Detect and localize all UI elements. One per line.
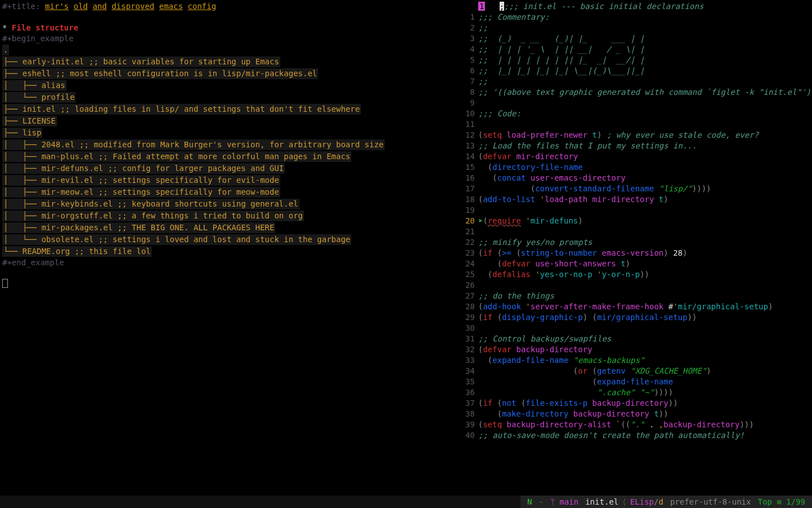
code-line[interactable]: 23(if (>= (string-to-number emacs-versio… bbox=[457, 248, 812, 259]
tree-line: │ ├── mir-defuns.el ;; config for larger… bbox=[2, 163, 285, 174]
tree-line: ├── init.el ;; loading files in lisp/ an… bbox=[2, 104, 361, 115]
tree-line: │ └── obsolete.el ;; settings i loved an… bbox=[2, 234, 351, 245]
tree-line: │ ├── mir-orgstuff.el ;; a few things i … bbox=[2, 211, 304, 221]
line-number: 28 bbox=[457, 301, 478, 312]
line-number: 30 bbox=[457, 323, 478, 334]
line-number: 5 bbox=[457, 55, 478, 65]
cursor bbox=[2, 279, 454, 291]
line-number: 3 bbox=[457, 33, 478, 44]
code-line[interactable]: 1 ;;;; init.el --- basic initial declara… bbox=[457, 1, 812, 12]
line-number: 38 bbox=[457, 409, 478, 419]
code-line[interactable]: 13;; Load the files that I put my settin… bbox=[457, 141, 812, 151]
line-number: 36 bbox=[457, 387, 478, 398]
tree-line: │ ├── 2048.el ;; modified from Mark Burg… bbox=[2, 139, 385, 150]
line-number: 34 bbox=[457, 366, 478, 376]
buffer-name: init.el bbox=[582, 497, 622, 507]
line-number: 7 bbox=[457, 76, 478, 87]
code-line[interactable]: 36 ".cache" "~")))) bbox=[457, 387, 812, 398]
mode-indicator: N bbox=[524, 497, 535, 507]
code-line[interactable]: 7;; bbox=[457, 76, 812, 87]
tree-line: │ ├── mir-keybinds.el ;; keyboard shortc… bbox=[2, 199, 299, 209]
code-line[interactable]: 16 (concat user-emacs-directory bbox=[457, 173, 812, 183]
line-number: 40 bbox=[457, 430, 478, 441]
code-line[interactable]: 39(setq backup-directory-alist `(("." . … bbox=[457, 419, 812, 430]
code-line[interactable]: 18(add-to-list 'load-path mir-directory … bbox=[457, 194, 812, 205]
code-line[interactable]: 33 (expand-file-name "emacs-backups" bbox=[457, 355, 812, 366]
line-number: 14 bbox=[457, 151, 478, 162]
code-line[interactable]: 8;; '((above text graphic generated with… bbox=[457, 87, 812, 98]
code-line[interactable]: 4;; | | | '_ \ | || __| / _ \| | bbox=[457, 44, 812, 55]
code-line[interactable]: 15 (directory-file-name bbox=[457, 162, 812, 173]
line-number: 35 bbox=[457, 376, 478, 387]
code-line[interactable]: 26 bbox=[457, 280, 812, 291]
code-line[interactable]: 31;; Control backups/swapfiles bbox=[457, 334, 812, 344]
line-number: 31 bbox=[457, 334, 478, 344]
git-branch: ᛘ main bbox=[547, 497, 582, 507]
line-number: 39 bbox=[457, 419, 478, 430]
line-number: 29 bbox=[457, 312, 478, 323]
code-line[interactable]: 22;; minify yes/no prompts bbox=[457, 237, 812, 248]
code-line[interactable]: 20➤(require 'mir-defuns) bbox=[457, 216, 812, 226]
tree-line: │ └── profile bbox=[2, 92, 76, 103]
code-line[interactable]: 6;; |_| |_| |_| |_| \__|(_)\___||_| bbox=[457, 65, 812, 76]
modeline-sep: - bbox=[535, 497, 546, 507]
code-line[interactable]: 12(setq load-prefer-newer t) ; why ever … bbox=[457, 130, 812, 141]
tree-line: │ ├── mir-evil.el ;; settings specifical… bbox=[2, 175, 280, 186]
tree-line: │ ├── mir-meow.el ;; settings specifical… bbox=[2, 187, 280, 198]
code-line[interactable]: 19 bbox=[457, 205, 812, 216]
code-line[interactable]: 34 (or (getenv "XDG_CACHE_HOME") bbox=[457, 366, 812, 376]
line-number: 10 bbox=[457, 108, 478, 119]
tree-line: . bbox=[2, 45, 9, 55]
code-line[interactable]: 32(defvar backup-directory bbox=[457, 344, 812, 355]
code-line[interactable]: 3;; (_) _ __ (_)| |_ ___ | | bbox=[457, 33, 812, 44]
left-pane[interactable]: #+title: mir's old and disproved emacs c… bbox=[0, 0, 457, 491]
modeline: N - ᛘ main init.el ⟨ ELisp/d prefer-utf-… bbox=[0, 496, 812, 508]
begin-example: #+begin_example bbox=[2, 33, 454, 44]
line-number: 33 bbox=[457, 355, 478, 366]
line-number: 25 bbox=[457, 269, 478, 280]
line-number: 26 bbox=[457, 280, 478, 291]
code-line[interactable]: 10;;; Code: bbox=[457, 108, 812, 119]
tree-line: ├── LICENSE bbox=[2, 116, 57, 126]
code-line[interactable]: 35 (expand-file-name bbox=[457, 376, 812, 387]
line-number: 24 bbox=[457, 259, 478, 269]
line-number bbox=[457, 1, 478, 12]
line-number: 8 bbox=[457, 87, 478, 98]
line-number: 15 bbox=[457, 162, 478, 173]
code-line[interactable]: 5;; | | | | | | | || |_ _| __/| | bbox=[457, 55, 812, 65]
tree-line: │ ├── man-plus.el ;; Failed attempt at m… bbox=[2, 151, 351, 162]
line-number: 20 bbox=[457, 216, 478, 226]
code-line[interactable]: 11 bbox=[457, 119, 812, 130]
line-number: 2 bbox=[457, 23, 478, 33]
line-number: 11 bbox=[457, 119, 478, 130]
line-number: 9 bbox=[457, 98, 478, 108]
line-number: 4 bbox=[457, 44, 478, 55]
tree-line: ├── lisp bbox=[2, 128, 42, 138]
org-title: #+title: mir's old and disproved emacs c… bbox=[2, 1, 454, 12]
code-line[interactable]: 21 bbox=[457, 226, 812, 237]
line-number: 16 bbox=[457, 173, 478, 183]
code-line[interactable]: 27;; do the things bbox=[457, 291, 812, 301]
code-line[interactable]: 2;; bbox=[457, 23, 812, 33]
code-line[interactable]: 17 (convert-standard-filename "lisp/")))… bbox=[457, 183, 812, 194]
tree-line: │ ├── mir-packages.el ;; THE BIG ONE. AL… bbox=[2, 222, 275, 233]
code-line[interactable]: 28(add-hook 'server-after-make-frame-hoo… bbox=[457, 301, 812, 312]
right-pane[interactable]: 1 ;;;; init.el --- basic initial declara… bbox=[457, 0, 812, 491]
code-line[interactable]: 14(defvar mir-directory bbox=[457, 151, 812, 162]
code-line[interactable]: 40;; auto-save-mode doesn't create the p… bbox=[457, 430, 812, 441]
major-mode: ELisp/d bbox=[626, 497, 667, 507]
line-number: 6 bbox=[457, 65, 478, 76]
line-number: 32 bbox=[457, 344, 478, 355]
tree-line: ├── early-init.el ;; basic variables for… bbox=[2, 56, 280, 67]
code-line[interactable]: 30 bbox=[457, 323, 812, 334]
line-number: 19 bbox=[457, 205, 478, 216]
code-line[interactable]: 38 (make-directory backup-directory t)) bbox=[457, 409, 812, 419]
line-number: 27 bbox=[457, 291, 478, 301]
code-line[interactable]: 37(if (not (file-exists-p backup-directo… bbox=[457, 398, 812, 409]
code-line[interactable]: 25 (defalias 'yes-or-no-p 'y-or-n-p)) bbox=[457, 269, 812, 280]
position: Top ≡ 1/99 bbox=[754, 497, 809, 507]
code-line[interactable]: 1;;; Commentary: bbox=[457, 12, 812, 23]
code-line[interactable]: 24 (defvar use-short-answers t) bbox=[457, 259, 812, 269]
code-line[interactable]: 9 bbox=[457, 98, 812, 108]
code-line[interactable]: 29(if (display-graphic-p) (mir/graphical… bbox=[457, 312, 812, 323]
